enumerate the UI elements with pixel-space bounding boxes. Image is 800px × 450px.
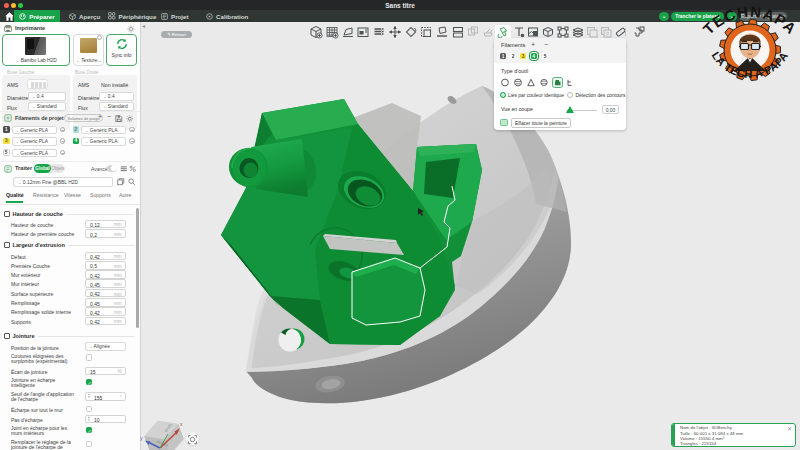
svg-text:x: x — [180, 421, 183, 427]
svg-text:y: y — [140, 435, 143, 441]
